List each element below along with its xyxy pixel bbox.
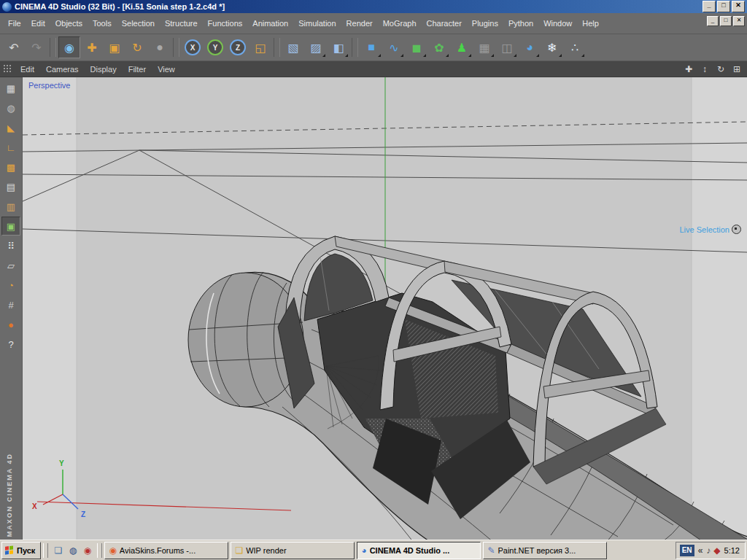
help-tool-icon[interactable]: ? [1,335,20,354]
workplane-mode-icon[interactable]: ∟ [1,138,20,157]
task-cinema-4d-studio[interactable]: ◕CINEMA 4D Studio ... [357,542,481,559]
add-spline-icon[interactable]: ∿ [383,36,405,58]
menu-help[interactable]: Help [577,17,604,30]
tray-volume-icon[interactable]: ♪ [706,545,711,556]
add-generator-icon[interactable]: ◼ [406,36,427,58]
language-indicator[interactable]: EN [680,545,694,556]
add-simulation-icon[interactable]: ❄ [541,36,563,58]
menu-simulation[interactable]: Simulation [293,17,341,30]
titlebar: CINEMA 4D Studio (32 Bit) - [Ki.51 Sonia… [0,0,747,13]
dropdown-marker [536,54,539,57]
convert-object-icon[interactable]: ▦ [1,79,20,98]
close-button[interactable]: ✕ [732,1,745,12]
task-wip-render[interactable]: ❏WIP render [231,542,355,559]
viewport-menu-edit[interactable]: Edit [15,63,40,75]
viewbar-drag-handle[interactable] [3,64,12,74]
menu-animation[interactable]: Animation [247,17,293,30]
rotate-view-icon[interactable]: ↻ [715,63,727,75]
quick-launch-browser[interactable]: ◍ [66,544,79,556]
dropdown-marker [345,54,348,57]
rotate-tool-icon[interactable]: ↻ [126,36,148,58]
start-button[interactable]: Пуск [1,542,41,559]
taskbar: Пуск ❏◍◉ ◉AviaSkins.Forums -...❏WIP rend… [0,540,747,560]
current-mode-icon[interactable]: ▣ [1,217,20,236]
input-panel-icon[interactable]: # [1,295,20,314]
viewport-menu-cameras[interactable]: Cameras [40,63,85,75]
dropdown-marker [491,54,494,57]
lock-x-axis-icon[interactable]: X [182,36,204,58]
task-app-icon: ◕ [361,545,366,556]
add-modifier-icon[interactable]: ◫ [496,36,518,58]
menu-mograph[interactable]: MoGraph [378,17,422,30]
selection-filter-icon[interactable]: ▱ [1,256,20,275]
pan-view-icon[interactable]: ✚ [683,63,694,75]
points-mode-icon[interactable]: ▩ [1,158,20,176]
system-tray: EN « ♪◆ 5:12 [676,542,746,559]
taskbar-clock: 5:12 [724,546,740,555]
scale-tool-icon[interactable]: ▣ [104,36,125,58]
toggle-views-icon[interactable]: ⊞ [731,63,743,75]
dolly-view-icon[interactable]: ↕ [699,63,711,75]
quick-launch-media[interactable]: ◉ [81,544,93,556]
model-mode-icon[interactable]: ◍ [1,98,20,117]
menu-file[interactable]: File [3,17,26,30]
task-paint-net-3[interactable]: ✎Paint.NET версия 3... [483,542,607,559]
snap-settings-icon[interactable]: ⠿ [1,236,20,255]
menu-python[interactable]: Python [503,17,538,30]
windows-flag-icon [5,545,14,555]
task-aviaskins-forums[interactable]: ◉AviaSkins.Forums -... [104,542,228,559]
render-settings-icon[interactable]: ◧ [328,36,349,58]
add-deformer-icon[interactable]: ▦ [473,36,495,58]
menu-objects[interactable]: Objects [50,17,88,30]
menu-character[interactable]: Character [422,17,467,30]
menu-functions[interactable]: Functions [203,17,248,30]
menu-structure[interactable]: Structure [160,17,203,30]
add-modeling-object-icon[interactable]: ✿ [428,36,450,58]
material-ball-icon[interactable]: ● [1,315,20,334]
minimize-button[interactable]: _ [703,1,716,12]
menu-window[interactable]: Window [538,17,577,30]
document-close-button[interactable]: ✕ [733,16,745,26]
axis-z-label: Z [81,510,85,518]
move-tool-icon[interactable]: ✚ [81,36,103,58]
quick-launch-desktop[interactable]: ❏ [52,544,64,556]
menu-tools[interactable]: Tools [88,17,117,30]
toolbar-separator [50,38,56,57]
toolbar-separator [352,38,358,57]
task-app-icon: ✎ [487,545,495,556]
redo-icon[interactable]: ↷ [26,36,47,58]
menu-selection[interactable]: Selection [117,17,160,30]
viewport-menu-filter[interactable]: Filter [123,63,152,75]
last-used-tool-icon[interactable]: ● [149,36,171,58]
edges-mode-icon[interactable]: ▤ [1,177,20,196]
axis-modifier-icon[interactable]: ◔ [1,276,20,295]
live-selection-tool-icon[interactable]: ◉ [58,36,80,58]
tray-chevron[interactable]: « [698,545,703,556]
viewport-canvas[interactable]: Y X Z Perspective Live Selection [23,77,747,540]
polygons-mode-icon[interactable]: ▥ [1,197,20,216]
add-environment-icon[interactable]: ◕ [519,36,541,58]
quick-launch-bar: ❏◍◉ [50,544,95,556]
restore-button[interactable]: □ [717,1,730,12]
render-picture-viewer-icon[interactable]: ▨ [305,36,327,58]
lock-y-axis-icon[interactable]: Y [204,36,226,58]
lock-z-axis-icon[interactable]: Z [227,36,249,58]
dropdown-marker [378,54,381,57]
texture-mode-icon[interactable]: ◣ [1,118,20,137]
render-view-icon[interactable]: ▧ [282,36,304,58]
add-character-object-icon[interactable]: ♟ [451,36,473,58]
menu-edit[interactable]: Edit [26,17,50,30]
tray-app-icon[interactable]: ◆ [713,545,720,556]
add-particles-icon[interactable]: ∴ [564,36,586,58]
menu-plugins[interactable]: Plugins [467,17,503,30]
toolbar-separator [274,38,280,57]
viewport-menu-display[interactable]: Display [85,63,123,75]
add-cube-icon[interactable]: ■ [360,36,382,58]
document-minimize-button[interactable]: _ [707,16,719,26]
undo-icon[interactable]: ↶ [3,36,25,58]
coordinate-system-icon[interactable]: ◱ [249,36,271,58]
axis-x-label: X [32,502,37,510]
viewport-menu-view[interactable]: View [152,63,181,75]
document-restore-button[interactable]: □ [720,16,732,26]
menu-render[interactable]: Render [341,17,378,30]
